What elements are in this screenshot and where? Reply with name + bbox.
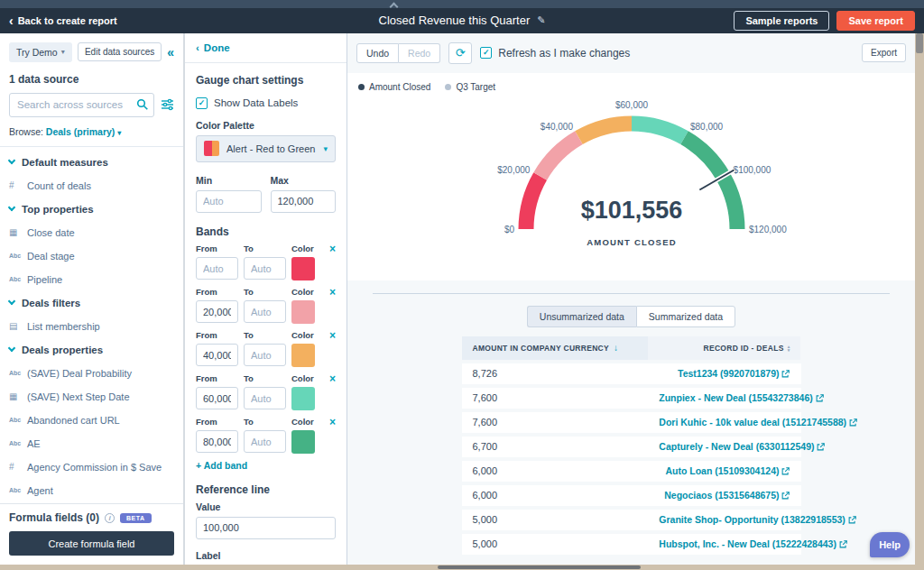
tab-unsummarized-data[interactable]: Unsummarized data	[527, 306, 636, 327]
record-link[interactable]: Auto Loan (15109304124)	[665, 465, 790, 476]
scrollbar-thumb[interactable]	[438, 565, 641, 569]
sidebar-item-abandoned-cart-url[interactable]: AbcAbandoned cart URL	[9, 409, 174, 432]
report-preview: Undo Redo ⟳ ✓ Refresh as I make changes …	[347, 33, 915, 565]
chevron-down-icon: ▾	[323, 144, 328, 153]
band-from-input[interactable]	[196, 344, 238, 366]
record-link[interactable]: Hubspot, Inc. - New Deal (15222428443)	[659, 538, 847, 549]
try-demo-button[interactable]: Try Demo ▾	[9, 42, 72, 62]
edit-title-icon[interactable]: ✎	[537, 14, 545, 26]
remove-band-icon[interactable]: ×	[329, 244, 336, 254]
refresh-icon[interactable]: ⟳	[448, 42, 472, 64]
help-button[interactable]: Help	[870, 532, 910, 557]
table-row: 6,700Capturely - New Deal (6330112549)	[462, 437, 801, 457]
band-to-label: To	[244, 244, 291, 253]
sidebar-section-header[interactable]: Top properties	[9, 198, 174, 221]
item-label: Close date	[27, 227, 75, 238]
item-label: Pipeline	[27, 274, 62, 285]
sidebar-item-count-of-deals[interactable]: #Count of deals	[9, 174, 174, 198]
legend-item[interactable]: Amount Closed	[358, 82, 430, 92]
sample-reports-button[interactable]: Sample reports	[734, 11, 829, 31]
sidebar-item-close-date[interactable]: ▦Close date	[9, 221, 174, 244]
search-icon[interactable]	[136, 98, 149, 111]
sidebar-item-list-membership[interactable]: ▤List membership	[9, 315, 174, 338]
remove-band-icon[interactable]: ×	[329, 373, 336, 384]
bands-section-title: Bands	[196, 225, 336, 238]
column-header-record[interactable]: RECORD ID - DEALS ▴▾	[648, 336, 800, 360]
reference-value-input[interactable]	[196, 517, 336, 539]
gauge-chart: $0$20,000$40,000$60,000$80,000$100,000$1…	[352, 96, 911, 253]
tab-summarized-data[interactable]: Summarized data	[636, 306, 735, 327]
band-from-input[interactable]	[196, 430, 238, 453]
chevron-down-icon	[8, 298, 15, 305]
record-link[interactable]: Capturely - New Deal (6330112549)	[659, 441, 825, 452]
band-from-input[interactable]	[196, 387, 238, 409]
record-link[interactable]: Test1234 (9920701879)	[678, 368, 790, 379]
sidebar-section-header[interactable]: Deals filters	[9, 291, 174, 315]
color-palette-select[interactable]: Alert - Red to Green ▾	[196, 135, 336, 162]
sidebar-item-agency-commission-in-save[interactable]: #Agency Commission in $ Save	[9, 455, 174, 479]
horizontal-scrollbar[interactable]	[0, 565, 924, 570]
sidebar-item-agent[interactable]: AbcAgent	[9, 479, 174, 502]
search-box	[9, 93, 154, 117]
section-label: Deals filters	[22, 298, 80, 308]
remove-band-icon[interactable]: ×	[329, 417, 336, 428]
sidebar-item-ae[interactable]: AbcAE	[9, 432, 174, 455]
band-color-swatch[interactable]	[291, 300, 315, 324]
sidebar-section-header[interactable]: Default measures	[9, 151, 174, 174]
vertical-scrollbar[interactable]	[915, 33, 924, 565]
sidebar-item-deal-stage[interactable]: AbcDeal stage	[9, 244, 174, 268]
record-link[interactable]: Dori Kuhic - 10k value deal (15121745588…	[659, 417, 857, 428]
redo-button[interactable]: Redo	[399, 43, 440, 63]
amount-cell: 7,600	[462, 417, 649, 428]
refresh-as-i-make-changes-checkbox[interactable]: ✓ Refresh as I make changes	[480, 47, 630, 60]
edit-data-sources-button[interactable]: Edit data sources	[78, 42, 162, 61]
max-input[interactable]	[271, 190, 337, 213]
collapse-sidebar-icon[interactable]: «	[167, 45, 174, 60]
band-to-input[interactable]	[244, 387, 286, 409]
export-button[interactable]: Export	[862, 43, 906, 62]
band-from-input[interactable]	[196, 257, 238, 280]
report-title: Closed Revenue this Quarter	[379, 14, 531, 27]
add-band-link[interactable]: + Add band	[196, 460, 336, 471]
gauge-tick-label: $80,000	[690, 122, 724, 132]
band-to-input[interactable]	[244, 430, 286, 453]
done-link[interactable]: ‹ Done	[196, 42, 336, 53]
band-color-swatch[interactable]	[291, 387, 315, 410]
scrollbar-thumb[interactable]	[916, 33, 923, 53]
band-from-input[interactable]	[196, 300, 238, 323]
show-data-labels-checkbox[interactable]: ✓ Show Data Labels	[196, 97, 336, 109]
save-report-button[interactable]: Save report	[836, 11, 915, 31]
search-input[interactable]	[9, 93, 154, 117]
band-color-swatch[interactable]	[291, 257, 315, 280]
label-label: Label	[196, 550, 336, 561]
filter-icon[interactable]	[161, 98, 174, 111]
min-input[interactable]	[196, 190, 262, 213]
sidebar-item-save-next-step-date[interactable]: ▦(SAVE) Next Step Date	[9, 385, 174, 409]
remove-band-icon[interactable]: ×	[329, 287, 336, 298]
record-link[interactable]: Negociaos (15315648675)	[664, 490, 790, 501]
palette-swatch-icon	[204, 141, 219, 156]
record-link[interactable]: Zunpiex - New Deal (15543273846)	[659, 392, 823, 403]
back-to-create-report-link[interactable]: ‹ Back to create report	[9, 14, 117, 27]
external-link-icon	[839, 540, 847, 548]
column-header-amount[interactable]: AMOUNT IN COMPANY CURRENCY ↓	[462, 336, 649, 360]
undo-button[interactable]: Undo	[356, 43, 399, 63]
band-to-input[interactable]	[244, 257, 286, 280]
create-formula-field-button[interactable]: Create formula field	[9, 531, 174, 556]
remove-band-icon[interactable]: ×	[329, 330, 336, 341]
band-color-swatch[interactable]	[291, 430, 315, 454]
band-color-swatch[interactable]	[291, 344, 315, 367]
browse-label: Browse:	[9, 126, 43, 137]
legend-item[interactable]: Q3 Target	[445, 82, 495, 92]
band-to-input[interactable]	[244, 344, 286, 366]
sidebar-section-header[interactable]: Deals properties	[9, 338, 174, 362]
info-icon[interactable]: i	[105, 513, 115, 523]
sidebar-item-save-deal-probability[interactable]: Abc(SAVE) Deal Probability	[9, 362, 174, 385]
back-label: Back to create report	[18, 15, 117, 26]
band-to-input[interactable]	[244, 300, 286, 323]
record-link[interactable]: Granite Shop- Opportunity (13822918553)	[659, 514, 856, 525]
browse-deals-dropdown[interactable]: Deals (primary) ▾	[46, 126, 121, 137]
gauge-chart-card: Amount ClosedQ3 Target $0$20,000$40,000$…	[347, 73, 915, 280]
gauge-tick-label: $0	[504, 225, 514, 234]
sidebar-item-pipeline[interactable]: AbcPipeline	[9, 268, 174, 291]
